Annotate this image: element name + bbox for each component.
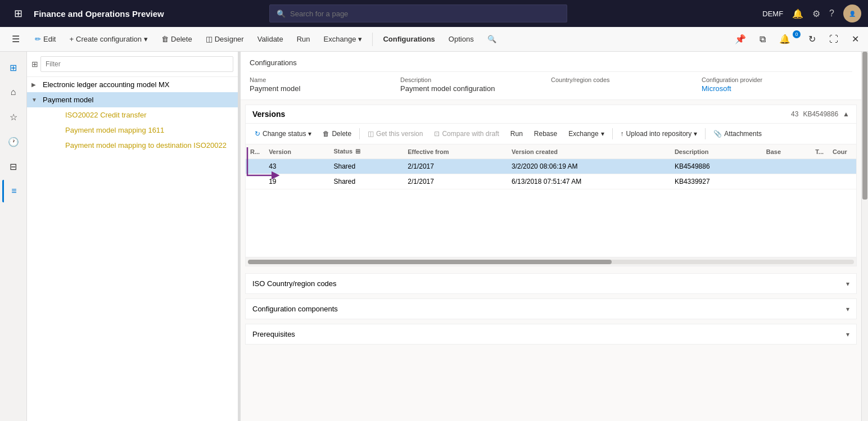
close-icon[interactable]: ✕ bbox=[847, 31, 864, 47]
user-name: DEMF bbox=[762, 10, 783, 18]
exchange-chevron2-icon: ▾ bbox=[601, 130, 604, 138]
tree-filter-input[interactable] bbox=[40, 56, 233, 72]
iso-country-codes-header[interactable]: ISO Country/region codes ▾ bbox=[246, 274, 856, 293]
run-button[interactable]: Run bbox=[291, 30, 316, 48]
maximize-icon[interactable]: ⛶ bbox=[825, 32, 843, 47]
config-field-country-codes: Country/region codes bbox=[551, 76, 702, 93]
tree-item-payment-mapping-1611[interactable]: Payment model mapping 1611 bbox=[27, 123, 238, 138]
col-header-version: Version bbox=[264, 144, 329, 159]
cell-t-2 bbox=[811, 174, 828, 189]
cell-effective-1: 2/1/2017 bbox=[403, 159, 507, 174]
cell-effective-2: 2/1/2017 bbox=[403, 174, 507, 189]
tree-content: ▶ Electronic ledger accounting model MX … bbox=[27, 77, 238, 421]
dropdown-chevron-icon: ▾ bbox=[144, 35, 148, 43]
trash-icon: 🗑 bbox=[161, 35, 169, 43]
versions-collapse-icon[interactable]: ▲ bbox=[843, 110, 849, 118]
toolbar-separator bbox=[372, 33, 373, 46]
vertical-scrollbar[interactable] bbox=[861, 52, 868, 421]
top-nav-right: DEMF 🔔 ⚙ ? 👤 bbox=[762, 4, 861, 22]
pin-icon[interactable]: 📌 bbox=[730, 31, 751, 47]
prerequisites-header[interactable]: Prerequisites ▾ bbox=[246, 324, 856, 344]
refresh-icon[interactable]: ↻ bbox=[804, 31, 820, 47]
attachments-button[interactable]: 📎 Attachments bbox=[709, 126, 766, 142]
tree-item-electronic-ledger[interactable]: ▶ Electronic ledger accounting model MX bbox=[27, 77, 238, 92]
edit-button[interactable]: ✏ Edit bbox=[29, 30, 61, 48]
exchange-button[interactable]: Exchange ▾ bbox=[318, 30, 368, 48]
config-header: Configurations Name Payment model Descri… bbox=[241, 52, 861, 100]
settings-gear-icon[interactable]: ⚙ bbox=[812, 8, 820, 19]
expand-icon[interactable]: ⧉ bbox=[755, 32, 770, 47]
tree-filter-bar: ⊞ bbox=[27, 52, 238, 77]
versions-run-button[interactable]: Run bbox=[506, 126, 527, 142]
validate-button[interactable]: Validate bbox=[252, 30, 289, 48]
toolbar-search-icon-button[interactable]: 🔍 bbox=[482, 30, 502, 48]
col-header-cour: Cour bbox=[828, 144, 856, 159]
versions-section: Versions 43 KB4549886 ▲ ↻ Change status … bbox=[245, 105, 857, 266]
notification-bell-icon[interactable]: 🔔 bbox=[792, 8, 803, 19]
sidebar-list-icon[interactable]: ≡ bbox=[2, 180, 25, 202]
tree-item-payment-mapping-dest[interactable]: Payment model mapping to destination ISO… bbox=[27, 138, 238, 153]
config-field-name: Name Payment model bbox=[250, 76, 400, 93]
sidebar-recent-icon[interactable]: 🕐 bbox=[2, 130, 25, 153]
avatar[interactable]: 👤 bbox=[843, 4, 861, 22]
upload-into-repository-button[interactable]: ↑ Upload into repository ▾ bbox=[616, 126, 702, 142]
scroll-track[interactable] bbox=[248, 260, 854, 264]
tree-item-payment-model[interactable]: ▼ Payment model bbox=[27, 92, 238, 107]
change-status-button[interactable]: ↻ Change status ▾ bbox=[250, 126, 316, 142]
col-header-status: Status ⊞ bbox=[329, 144, 403, 159]
exchange-chevron-icon: ▾ bbox=[358, 35, 362, 43]
col-header-base: Base bbox=[762, 144, 811, 159]
col-header-version-created: Version created bbox=[507, 144, 670, 159]
filter-icon-status[interactable]: ⊞ bbox=[355, 148, 360, 155]
compare-with-draft-button[interactable]: ⊡ Compare with draft bbox=[430, 126, 503, 142]
sidebar-home-icon[interactable]: ⌂ bbox=[2, 81, 25, 103]
config-components-chevron-icon: ▾ bbox=[846, 305, 849, 313]
badge-icon[interactable]: 🔔0 bbox=[775, 31, 799, 47]
edit-icon: ✏ bbox=[35, 35, 41, 43]
designer-button[interactable]: ◫ Designer bbox=[200, 30, 250, 48]
table-row[interactable]: 19 Shared 2/1/2017 6/13/2018 07:51:47 AM… bbox=[246, 174, 856, 189]
main-layout: ⊞ ⌂ ☆ 🕐 ⊟ ≡ ⊞ ▶ Electronic ledger accoun… bbox=[0, 52, 868, 421]
scroll-thumb[interactable] bbox=[248, 260, 612, 264]
cell-desc-2: KB4339927 bbox=[670, 174, 762, 189]
vscroll-thumb[interactable] bbox=[862, 52, 867, 200]
help-question-icon[interactable]: ? bbox=[829, 8, 834, 19]
cell-r-1 bbox=[246, 159, 264, 174]
expand-right-icon: ▶ bbox=[31, 82, 40, 88]
cell-created-1: 3/2/2020 08:06:19 AM bbox=[507, 159, 670, 174]
toolbar-right-icons: 📌 ⧉ 🔔0 ↻ ⛶ ✕ bbox=[730, 31, 864, 47]
tree-item-iso20022-credit[interactable]: ISO20022 Credit transfer bbox=[27, 107, 238, 123]
hamburger-menu-icon[interactable]: ☰ bbox=[4, 28, 27, 51]
cell-base-1 bbox=[762, 159, 811, 174]
vtb-sep3 bbox=[705, 128, 706, 139]
configurations-tab[interactable]: Configurations bbox=[377, 30, 440, 48]
versions-delete-button[interactable]: 🗑 Delete bbox=[318, 126, 356, 142]
sidebar-grid-icon[interactable]: ⊟ bbox=[2, 155, 25, 178]
get-this-version-button[interactable]: ◫ Get this version bbox=[363, 126, 427, 142]
horizontal-scrollbar[interactable] bbox=[246, 257, 856, 266]
cell-t-1 bbox=[811, 159, 828, 174]
delete-button[interactable]: 🗑 Delete bbox=[156, 30, 198, 48]
global-search[interactable]: 🔍 bbox=[269, 4, 567, 22]
versions-header: Versions 43 KB4549886 ▲ bbox=[246, 105, 856, 124]
sidebar-filter-icon[interactable]: ⊞ bbox=[2, 56, 25, 79]
attachment-icon: 📎 bbox=[713, 130, 722, 138]
config-components-header[interactable]: Configuration components ▾ bbox=[246, 299, 856, 319]
table-header-row: R... Version Status ⊞ Effective from Ver… bbox=[246, 144, 856, 159]
rebase-button[interactable]: Rebase bbox=[530, 126, 562, 142]
app-grid-icon[interactable]: ⊞ bbox=[7, 2, 29, 25]
breadcrumb: Configurations bbox=[250, 58, 852, 67]
cell-r-2 bbox=[246, 174, 264, 189]
search-icon: 🔍 bbox=[277, 10, 286, 18]
search-input[interactable] bbox=[290, 10, 560, 18]
table-empty-space bbox=[246, 189, 856, 257]
versions-badge: 43 bbox=[791, 110, 798, 118]
sidebar-star-icon[interactable]: ☆ bbox=[2, 106, 25, 128]
versions-exchange-button[interactable]: Exchange ▾ bbox=[564, 126, 608, 142]
cell-created-2: 6/13/2018 07:51:47 AM bbox=[507, 174, 670, 189]
tree-panel: ⊞ ▶ Electronic ledger accounting model M… bbox=[27, 52, 238, 421]
create-configuration-button[interactable]: + Create configuration ▾ bbox=[64, 30, 153, 48]
options-tab[interactable]: Options bbox=[443, 30, 480, 48]
config-components-section: Configuration components ▾ bbox=[245, 298, 857, 319]
table-row[interactable]: 43 Shared 2/1/2017 3/2/2020 08:06:19 AM … bbox=[246, 159, 856, 174]
